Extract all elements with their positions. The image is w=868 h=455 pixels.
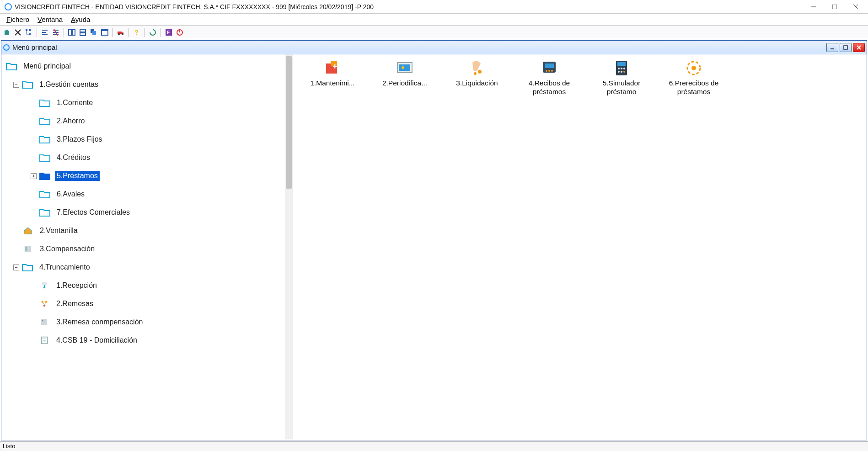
expand-icon[interactable]: + — [31, 173, 37, 179]
menu-window[interactable]: Ventana — [38, 16, 63, 23]
icon-pane: + 1.Mantenimi... 2.Periodifica... 3.Liqu… — [293, 54, 867, 440]
svg-rect-41 — [26, 247, 27, 249]
scrollbar-thumb[interactable] — [286, 56, 292, 189]
svg-rect-21 — [80, 33, 86, 36]
child-maximize-button[interactable] — [840, 43, 852, 52]
tb-align-left-icon[interactable] — [40, 27, 50, 37]
svg-point-28 — [118, 33, 120, 35]
svg-point-59 — [478, 70, 482, 74]
folder-icon — [39, 135, 50, 143]
status-text: Listo — [3, 443, 15, 450]
grid-item[interactable]: + 1.Mantenimi... — [300, 59, 364, 96]
window-minimize-button[interactable] — [803, 0, 824, 13]
svg-rect-1 — [832, 5, 837, 9]
child-window-title: Menú principal — [12, 43, 825, 51]
tb-columns-icon[interactable] — [67, 27, 77, 37]
svg-rect-19 — [72, 30, 75, 35]
window-close-button[interactable] — [845, 0, 866, 13]
tb-help-icon[interactable]: ? — [132, 27, 142, 37]
grid-item-label: 4.Recibos de préstamos — [517, 79, 581, 96]
grid-item[interactable]: 6.Prerecibos de préstamos — [662, 59, 726, 96]
child-minimize-button[interactable] — [826, 43, 838, 52]
tb-panel-f-icon[interactable]: F — [164, 27, 174, 37]
window-maximize-button[interactable] — [824, 0, 845, 13]
svg-point-45 — [45, 301, 48, 303]
svg-rect-57 — [399, 64, 410, 71]
tb-tree-icon[interactable] — [24, 27, 34, 37]
grid-item[interactable]: 2.Periodifica... — [373, 59, 437, 96]
svg-point-43 — [41, 282, 47, 286]
tree-node-ventanilla[interactable]: 2.Ventanilla — [2, 222, 292, 240]
item-icon — [39, 318, 50, 326]
tree-node[interactable]: 3.Remesa conmpensación — [2, 313, 292, 331]
tree-scrollbar[interactable] — [285, 54, 293, 440]
menu-file[interactable]: Fichero — [6, 16, 29, 23]
tree-node-compensacion[interactable]: 3.Compensación — [2, 240, 292, 258]
tree-node[interactable]: 2.Remesas — [2, 295, 292, 313]
house-icon — [22, 227, 33, 235]
tree-label: Menú principal — [21, 61, 73, 71]
tree-node[interactable]: 1.Corriente — [2, 94, 292, 112]
toolbar-separator — [64, 28, 64, 37]
tb-truck-icon[interactable] — [116, 27, 126, 37]
item-icon — [39, 281, 50, 290]
tree-node[interactable]: 1.Recepción — [2, 276, 292, 295]
svg-point-69 — [621, 68, 622, 69]
grid-item[interactable]: 4.Recibos de préstamos — [517, 59, 581, 96]
svg-rect-36 — [844, 46, 847, 49]
tree-label: 3.Plazos Fijos — [55, 134, 104, 144]
menu-help[interactable]: Ayuda — [71, 16, 90, 23]
svg-point-70 — [623, 68, 625, 69]
tb-trash-icon[interactable] — [2, 27, 12, 37]
child-close-button[interactable] — [853, 43, 865, 52]
collapse-icon[interactable]: − — [13, 265, 19, 270]
svg-rect-18 — [69, 30, 71, 35]
svg-rect-8 — [26, 29, 27, 31]
tb-power-icon[interactable] — [175, 27, 185, 37]
tb-refresh-icon[interactable] — [148, 27, 158, 37]
svg-rect-48 — [42, 320, 43, 321]
tree-node[interactable]: 4.Créditos — [2, 148, 292, 167]
svg-rect-10 — [29, 33, 31, 35]
tree-node[interactable]: 3.Plazos Fijos — [2, 130, 292, 148]
child-app-icon — [3, 44, 10, 51]
grid-item[interactable]: 3.Liquidación — [445, 59, 509, 96]
tree-node[interactable]: + 5.Préstamos — [2, 167, 292, 185]
svg-point-73 — [623, 71, 625, 73]
folder-icon — [39, 208, 50, 217]
toolbar-separator — [129, 28, 129, 37]
tree-node[interactable]: 4.CSB 19 - Domiciliación — [2, 331, 292, 349]
svg-rect-4 — [5, 31, 9, 35]
item-icon — [39, 300, 50, 308]
svg-rect-25 — [102, 30, 108, 31]
svg-text:?: ? — [134, 29, 139, 36]
tree-label: 7.Efectos Comerciales — [55, 207, 132, 217]
svg-point-63 — [546, 70, 547, 72]
app-icon — [5, 3, 12, 11]
tree-node[interactable]: 7.Efectos Comerciales — [2, 203, 292, 222]
tree-node[interactable]: 6.Avales — [2, 185, 292, 203]
tb-window-icon[interactable] — [100, 27, 110, 37]
svg-rect-26 — [118, 32, 122, 34]
tree-node-gestion[interactable]: − 1.Gestión cuentas — [2, 75, 292, 94]
icon-grid: + 1.Mantenimi... 2.Periodifica... 3.Liqu… — [300, 59, 859, 96]
svg-point-46 — [43, 305, 46, 307]
tb-cascade-icon[interactable] — [89, 27, 99, 37]
collapse-icon[interactable]: − — [13, 82, 19, 88]
tree-root[interactable]: Menú principal — [2, 57, 292, 75]
tree-label: 4.CSB 19 - Domiciliación — [54, 335, 139, 345]
tree-node[interactable]: 2.Ahorro — [2, 112, 292, 130]
grid-item[interactable]: 5.Simulador préstamo — [589, 59, 654, 96]
tb-rows-icon[interactable] — [78, 27, 88, 37]
grid-item-label: 2.Periodifica... — [373, 79, 437, 88]
tree-node-truncamiento[interactable]: − 4.Truncamiento — [2, 258, 292, 276]
svg-rect-62 — [545, 63, 554, 68]
svg-point-60 — [474, 72, 477, 75]
svg-point-29 — [122, 33, 123, 35]
tb-delete-icon[interactable] — [13, 27, 23, 37]
folder-icon — [39, 153, 50, 162]
nav-tree[interactable]: Menú principal − 1.Gestión cuentas 1.Cor… — [1, 54, 293, 352]
tb-align-strike-icon[interactable] — [51, 27, 61, 37]
svg-rect-47 — [41, 319, 47, 325]
svg-point-68 — [618, 68, 620, 69]
